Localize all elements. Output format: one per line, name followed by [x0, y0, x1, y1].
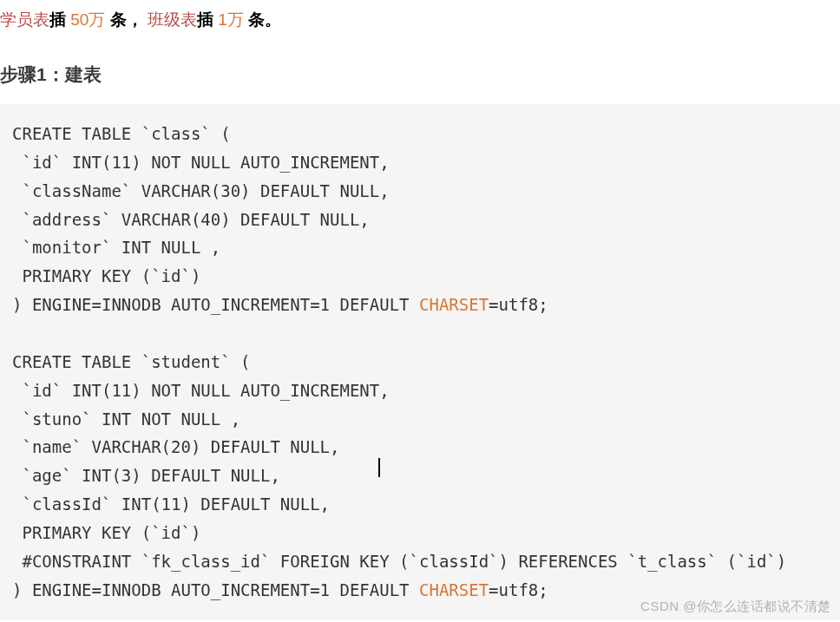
code-keyword-charset: CHARSET [419, 580, 489, 599]
intro-act1: 插 [49, 10, 66, 29]
code-keyword-charset: CHARSET [419, 295, 489, 314]
code-line: CREATE TABLE `student` ( [12, 352, 251, 371]
intro-unit1: 条， [110, 10, 143, 29]
code-block[interactable]: CREATE TABLE `class` ( `id` INT(11) NOT … [0, 104, 840, 620]
intro-count2: 1万 [218, 10, 244, 29]
code-line: `name` VARCHAR(20) DEFAULT NULL, [12, 437, 340, 456]
code-line: `address` VARCHAR(40) DEFAULT NULL, [12, 210, 370, 229]
code-line: `id` INT(11) NOT NULL AUTO_INCREMENT, [12, 381, 390, 400]
intro-unit2: 条。 [248, 10, 281, 29]
code-line: CREATE TABLE `class` ( [12, 124, 231, 143]
code-line: `id` INT(11) NOT NULL AUTO_INCREMENT, [12, 153, 390, 172]
intro-red2: 班级表 [148, 10, 197, 29]
code-line: =utf8; [489, 295, 548, 314]
code-line: `classId` INT(11) DEFAULT NULL, [12, 494, 330, 514]
code-line: PRIMARY KEY (`id`) [12, 266, 200, 285]
code-line: `age` INT(3) DEFAULT NULL, [12, 466, 280, 485]
code-line: ) ENGINE=INNODB AUTO_INCREMENT=1 DEFAULT [12, 580, 419, 599]
code-line: #CONSTRAINT `fk_class_id` FOREIGN KEY (`… [12, 552, 786, 571]
section-heading: 步骤1：建表 [0, 62, 840, 87]
code-line: =utf8; [489, 580, 548, 599]
code-line: `stuno` INT NOT NULL , [12, 409, 240, 429]
intro-act2: 插 [197, 10, 213, 29]
code-line: ) ENGINE=INNODB AUTO_INCREMENT=1 DEFAULT [12, 295, 419, 314]
code-line: `monitor` INT NULL , [12, 238, 220, 257]
intro-text: 学员表插 50万 条， 班级表插 1万 条。 [0, 0, 840, 36]
code-line: `className` VARCHAR(30) DEFAULT NULL, [12, 181, 390, 200]
text-cursor-icon [378, 458, 380, 477]
intro-red1: 学员表 [0, 10, 49, 29]
intro-count1: 50万 [70, 10, 105, 29]
code-line: PRIMARY KEY (`id`) [12, 523, 200, 542]
